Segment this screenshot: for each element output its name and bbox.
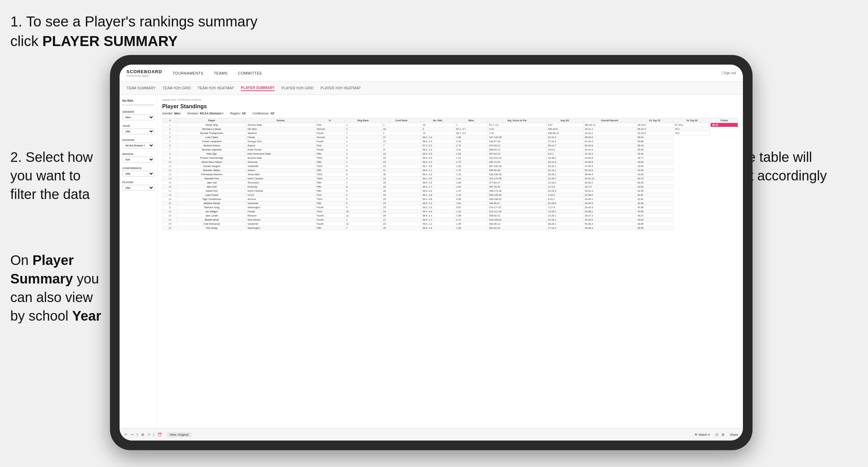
year-select[interactable]: (All) xyxy=(122,129,154,134)
no-rds-slider[interactable] xyxy=(125,104,154,105)
table-cell: 605-96-38 xyxy=(488,168,546,173)
filter-division: Division: NCAA Division I xyxy=(187,112,223,115)
table-cell: 1.14 xyxy=(455,156,488,160)
table-cell: 2 xyxy=(163,127,178,131)
table-cell: 17 xyxy=(163,189,178,193)
table-cell: Fourth xyxy=(315,205,345,210)
table-cell: 27-10-2 xyxy=(546,140,583,144)
table-cell: 25 xyxy=(382,201,421,205)
player-name-cell: Michael La Sasso xyxy=(177,127,246,131)
sub-nav-player-h2h-heatmap[interactable]: PLAYER H2H HEATMAP xyxy=(321,86,361,91)
table-cell: Arizona State xyxy=(246,123,315,127)
table-cell: 628-150-30 xyxy=(488,173,546,177)
table-cell: 28-15-0 xyxy=(636,123,674,127)
table-cell: 22 xyxy=(382,177,421,181)
filter-division-value: NCAA Division I xyxy=(200,112,223,115)
table-cell: 5 xyxy=(345,168,382,173)
sub-nav-team-h2h-heatmap[interactable]: TEAM H2H HEATMAP xyxy=(198,86,234,91)
table-cell: Texas A&M xyxy=(246,173,315,177)
table-cell: 406-172-16 xyxy=(488,189,546,193)
conference-label: Conference xyxy=(122,167,154,170)
table-cell: 467-29-23 xyxy=(488,185,546,189)
table-cell: 14-9-3 xyxy=(546,148,583,152)
table-cell: 20-14-5 xyxy=(546,160,583,164)
grid-icon[interactable]: ⊞ xyxy=(722,433,724,436)
region-select[interactable]: N/A xyxy=(122,157,154,163)
table-cell: 1.93 xyxy=(455,152,488,156)
table-cell: 429-198-22 xyxy=(488,197,546,201)
table-cell: 46.77 xyxy=(636,156,674,160)
nav-tournaments[interactable]: TOURNAMENTS xyxy=(173,70,203,77)
table-row: 15Jake HallTennesseeFifth72868.5 -1.51.6… xyxy=(163,181,738,185)
table-cell: First xyxy=(315,123,345,127)
table-cell: 57-23-0 xyxy=(673,123,711,127)
conference-select[interactable]: (All) xyxy=(122,171,154,177)
table-cell: 440-26-6 xyxy=(546,127,583,131)
player-name-cell: Jake Hall xyxy=(177,181,246,185)
table-cell: 23 xyxy=(382,160,421,164)
gender-select[interactable]: Men xyxy=(122,114,154,120)
table-cell: 43.54 xyxy=(636,185,674,189)
table-cell: 12-16-3 xyxy=(583,152,636,156)
sub-nav-player-h2h-grid[interactable]: PLAYER H2H GRID xyxy=(281,86,314,91)
sub-nav-team-summary[interactable]: TEAM SUMMARY xyxy=(126,86,156,91)
col-school: School xyxy=(246,118,315,123)
table-cell: 11 xyxy=(345,214,382,218)
redo-icon[interactable]: ↪ xyxy=(131,433,133,436)
crop-icon[interactable]: ⊞ xyxy=(141,433,144,436)
table-cell: 54-51-4 xyxy=(583,189,636,193)
table-cell: 40.87 xyxy=(636,193,674,197)
player-select[interactable]: (All) xyxy=(122,185,154,191)
table-cell: 21 xyxy=(382,140,421,144)
table-cell: Fifth xyxy=(315,201,345,205)
table-row: 24Bastien AmatNew MexicoFourth12769.4 -1… xyxy=(163,218,738,222)
table-cell: 69.0 -1.0 xyxy=(421,173,455,177)
table-cell: 69.4 -1.7 xyxy=(421,218,455,222)
table-row: 19Tiger ChristensenArizonaThird52369.2 -… xyxy=(163,197,738,201)
clock-icon[interactable]: ⏰ xyxy=(158,433,162,436)
table-cell: 23 xyxy=(163,214,178,218)
division-select[interactable]: NCAA Division I xyxy=(122,143,154,148)
table-cell: 23 xyxy=(382,205,421,210)
view-original[interactable]: View: Original xyxy=(167,432,191,437)
table-cell: 14 xyxy=(421,131,455,135)
table-cell: 4 xyxy=(163,135,178,140)
table-cell: 448-85-27 xyxy=(488,201,546,205)
nav-committee[interactable]: COMMITTEE xyxy=(238,70,263,77)
sub-nav-team-h2h-grid[interactable]: TEAM H2H GRID xyxy=(163,86,191,91)
table-cell: 27 xyxy=(382,135,421,140)
table-cell: 24-45-1 xyxy=(583,197,636,201)
table-cell: Arkansas xyxy=(246,160,315,164)
table-cell: 19-11-1 xyxy=(583,127,636,131)
sub-nav-player-summary[interactable]: PLAYER SUMMARY xyxy=(241,85,275,91)
table-cell: 412-179-38 xyxy=(488,177,546,181)
player-label: Player xyxy=(122,181,154,184)
table-cell: 43.49 xyxy=(636,164,674,168)
nav-teams[interactable]: TEAMS xyxy=(214,70,227,77)
table-cell: 31-15-1 xyxy=(546,168,583,173)
table-cell: 40.69 xyxy=(636,210,674,214)
watch-button[interactable]: 👁 Watch ▾ xyxy=(694,433,710,436)
table-cell: Fourth xyxy=(315,218,345,222)
table-cell: Arizona State xyxy=(246,156,315,160)
table-cell: 10 xyxy=(345,210,382,214)
table-cell: 19 xyxy=(382,185,421,189)
table-cell: 1.73 xyxy=(455,160,488,164)
table-cell: 18 xyxy=(382,127,421,131)
table-cell: Fourth xyxy=(315,148,345,152)
table-cell: 607-63-12 xyxy=(488,152,546,156)
region-label: Region xyxy=(122,153,154,156)
update-time: Update time: 27/03/2024 16:56:26 xyxy=(162,98,738,101)
undo-icon[interactable]: ↩ xyxy=(124,433,127,436)
table-row: 12Brendan ValdesAuburnFifth53768.4 -1.11… xyxy=(163,168,738,173)
table-cell: 68.3 -1.7 xyxy=(421,185,455,189)
table-cell: North Carolina xyxy=(246,177,315,181)
filter-gender-value: Men xyxy=(174,112,180,115)
arrow-icon[interactable]: ↗ xyxy=(147,433,150,436)
player-name-cell: Matthew Riedel xyxy=(177,201,246,205)
table-cell: 14 xyxy=(163,177,178,181)
logo-bottom: Powered by dippd xyxy=(126,74,162,77)
table-cell: 68.5 -1.2 xyxy=(421,201,455,205)
player-name-cell: Alex Goff xyxy=(177,185,246,189)
share-button[interactable]: Share xyxy=(730,433,738,436)
